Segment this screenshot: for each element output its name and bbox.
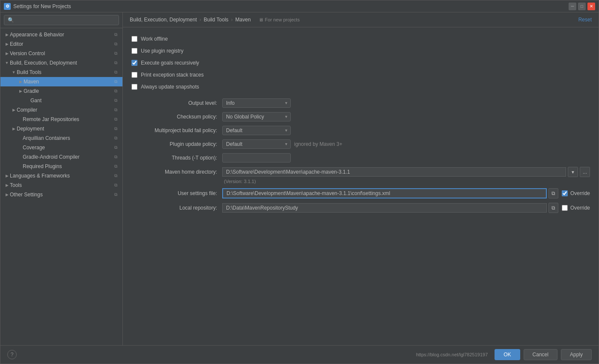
sidebar-item-coverage[interactable]: Coverage ⧉: [0, 143, 122, 152]
user-settings-browse-button[interactable]: ⧉: [548, 188, 558, 198]
threads-input[interactable]: [222, 153, 291, 163]
breadcrumb-part-3: Maven: [235, 17, 251, 23]
maven-home-input[interactable]: [222, 167, 566, 177]
local-repo-control: ⧉ Override: [222, 203, 590, 213]
tree-arrow-other-settings: [4, 192, 10, 197]
copy-icon: ⧉: [112, 191, 119, 198]
breadcrumb-sep-1: ›: [200, 17, 201, 23]
sidebar-item-gant[interactable]: Gant ⧉: [0, 96, 122, 105]
tree-arrow-editor: [4, 42, 10, 46]
minimize-button[interactable]: ─: [569, 3, 576, 10]
window-controls: ─ □ ✕: [569, 3, 595, 10]
copy-icon: ⧉: [112, 172, 119, 179]
plugin-update-policy-row: Plugin update policy: Default Always Nev…: [131, 139, 590, 149]
copy-icon: ⧉: [112, 97, 119, 104]
multiproject-dropdown-wrapper: Default Fail At End Fail Fast Never ▼: [222, 126, 291, 135]
sidebar-item-maven[interactable]: Maven ⧉: [0, 77, 122, 86]
apply-button[interactable]: Apply: [561, 349, 592, 360]
ok-button[interactable]: OK: [495, 349, 520, 360]
breadcrumb-bar: Build, Execution, Deployment › Build Too…: [123, 12, 599, 27]
sidebar-item-tools[interactable]: Tools ⧉: [0, 181, 122, 190]
sidebar-item-editor[interactable]: Editor ⧉: [0, 39, 122, 49]
plugin-update-control: Default Always Never ▼ ignored by Maven …: [222, 139, 590, 149]
status-url: https://blog.csdn.net/lgl782519197: [416, 352, 488, 357]
user-settings-override-checkbox[interactable]: [562, 190, 568, 196]
breadcrumb-sep-2: ›: [231, 17, 233, 23]
copy-icon: ⧉: [112, 125, 119, 132]
output-level-label: Output level:: [131, 100, 217, 106]
local-repo-path-group: ⧉: [222, 203, 558, 213]
sidebar-item-appearance[interactable]: Appearance & Behavior ⧉: [0, 30, 122, 39]
breadcrumb-part-1: Build, Execution, Deployment: [130, 17, 197, 23]
work-offline-checkbox[interactable]: [131, 36, 137, 42]
tree-arrow-compiler: [11, 108, 17, 112]
breadcrumb: Build, Execution, Deployment › Build Too…: [130, 17, 300, 23]
user-settings-input[interactable]: [222, 188, 547, 198]
maven-home-browse-button[interactable]: ...: [580, 167, 590, 177]
maven-version-text: (Version: 3.1.1): [222, 179, 256, 184]
always-update-label: Always update snapshots: [141, 84, 199, 90]
output-level-dropdown-wrapper: Info Debug Warn Error ▼: [222, 98, 291, 108]
sidebar-item-remote-jar[interactable]: Remote Jar Repositories ⧉: [0, 115, 122, 124]
output-level-select[interactable]: Info Debug Warn Error: [222, 98, 291, 108]
tree-arrow-version-control: [4, 51, 10, 56]
settings-window: ⚙ Settings for New Projects ─ □ ✕ 🔍 Appe: [0, 0, 599, 364]
use-plugin-registry-label: Use plugin registry: [141, 48, 183, 54]
work-offline-label: Work offline: [141, 36, 168, 42]
tree-arrow-build-tools: [11, 70, 17, 74]
execute-goals-recursively-row: Execute goals recursively: [131, 58, 590, 68]
checksum-policy-dropdown-wrapper: No Global Policy Strict Lax ▼: [222, 112, 291, 121]
copy-icon: ⧉: [112, 50, 119, 57]
user-settings-row: User settings file: ⧉ Override: [131, 188, 590, 198]
multiproject-label: Multiproject build fail policy:: [131, 127, 217, 133]
use-plugin-registry-checkbox[interactable]: [131, 48, 137, 54]
checksum-policy-label: Checksum policy:: [131, 114, 217, 120]
copy-icon: ⧉: [112, 154, 119, 160]
search-field[interactable]: [16, 17, 115, 23]
user-settings-path-group: ⧉: [222, 188, 558, 198]
sidebar-item-build-exec-deploy[interactable]: Build, Execution, Deployment ⧉: [0, 58, 122, 68]
help-button[interactable]: ?: [7, 350, 17, 359]
sidebar-item-arquillian[interactable]: Arquillian Containers ⧉: [0, 133, 122, 143]
local-repo-override-label: Override: [570, 205, 590, 211]
sidebar-item-gradle-android[interactable]: Gradle-Android Compiler ⧉: [0, 152, 122, 162]
always-update-row: Always update snapshots: [131, 82, 590, 92]
always-update-checkbox[interactable]: [131, 84, 137, 90]
maven-home-label: Maven home directory:: [131, 169, 217, 175]
multiproject-select[interactable]: Default Fail At End Fail Fast Never: [222, 126, 291, 135]
sidebar-item-build-tools[interactable]: Build Tools ⧉: [0, 68, 122, 77]
sidebar-item-other-settings[interactable]: Other Settings ⧉: [0, 190, 122, 199]
local-repo-browse-button[interactable]: ⧉: [548, 203, 558, 213]
threads-row: Threads (-T option):: [131, 153, 590, 163]
output-level-control: Info Debug Warn Error ▼: [222, 98, 590, 108]
copy-icon: ⧉: [112, 31, 119, 38]
plugin-update-label: Plugin update policy:: [131, 141, 217, 147]
execute-goals-checkbox[interactable]: [131, 60, 137, 66]
maven-home-dropdown-button[interactable]: ▼: [568, 167, 578, 177]
local-repo-input[interactable]: [222, 203, 547, 213]
cancel-button[interactable]: Cancel: [524, 349, 557, 360]
local-repo-row: Local repository: ⧉ Override: [131, 203, 590, 213]
print-exception-checkbox[interactable]: [131, 72, 137, 78]
maven-home-control: ▼ ...: [222, 167, 590, 177]
local-repo-override-checkbox[interactable]: [562, 205, 568, 211]
main-content: Build, Execution, Deployment › Build Too…: [123, 12, 599, 345]
plugin-update-select[interactable]: Default Always Never: [222, 139, 291, 149]
search-input-wrapper[interactable]: 🔍: [4, 15, 119, 25]
sidebar-item-deployment[interactable]: Deployment ⧉: [0, 124, 122, 133]
sidebar-item-languages[interactable]: Languages & Frameworks ⧉: [0, 171, 122, 181]
reset-button[interactable]: Reset: [578, 17, 592, 23]
sidebar-item-gradle[interactable]: Gradle ⧉: [0, 86, 122, 96]
local-repo-override-group: Override: [562, 205, 590, 211]
sidebar-item-compiler[interactable]: Compiler ⧉: [0, 105, 122, 115]
sidebar-item-version-control[interactable]: Version Control ⧉: [0, 49, 122, 58]
close-button[interactable]: ✕: [587, 3, 595, 10]
use-plugin-registry-row: Use plugin registry: [131, 46, 590, 56]
checksum-policy-select[interactable]: No Global Policy Strict Lax: [222, 112, 291, 121]
sidebar-item-required-plugins[interactable]: Required Plugins ⧉: [0, 162, 122, 171]
checksum-policy-row: Checksum policy: No Global Policy Strict…: [131, 112, 590, 121]
maximize-button[interactable]: □: [578, 3, 586, 10]
breadcrumb-part-2: Build Tools: [204, 17, 229, 23]
threads-label: Threads (-T option):: [131, 155, 217, 161]
execute-goals-label: Execute goals recursively: [141, 60, 199, 66]
